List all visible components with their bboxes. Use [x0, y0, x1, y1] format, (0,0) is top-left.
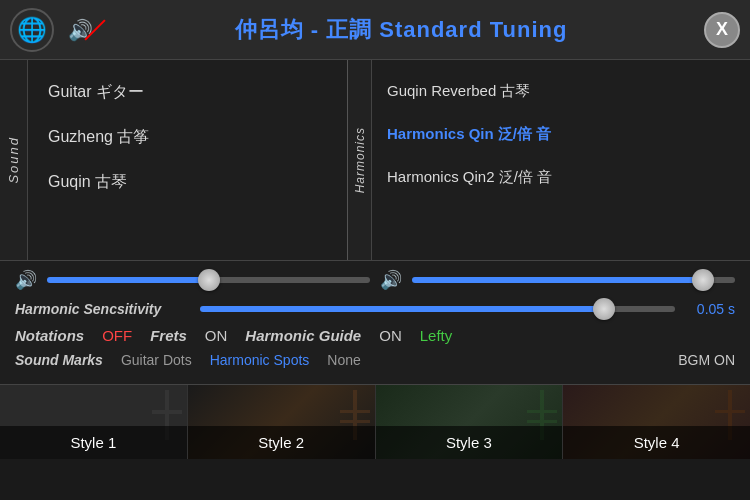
- mute-speaker-icon[interactable]: 🔊: [62, 12, 98, 48]
- sensitivity-thumb[interactable]: [593, 298, 615, 320]
- globe-icon[interactable]: 🌐: [10, 8, 54, 52]
- svg-rect-3: [340, 410, 370, 413]
- style-3-label: Style 3: [376, 426, 563, 459]
- style-item-4[interactable]: Style 4: [563, 385, 750, 459]
- frets-label: Frets: [150, 327, 187, 344]
- notations-value[interactable]: OFF: [102, 327, 132, 344]
- svg-rect-1: [152, 410, 182, 414]
- svg-rect-9: [715, 410, 745, 413]
- volume-thumb-1[interactable]: [198, 269, 220, 291]
- style-item-1[interactable]: Style 1: [0, 385, 188, 459]
- volume-slider-1[interactable]: [47, 270, 370, 290]
- svg-rect-6: [527, 410, 557, 413]
- lefty-label[interactable]: Lefty: [420, 327, 453, 344]
- sound-item-guqin[interactable]: Guqin 古琴: [28, 160, 347, 205]
- bgm-label[interactable]: BGM ON: [678, 352, 735, 368]
- style-4-label: Style 4: [563, 426, 750, 459]
- style-item-2[interactable]: Style 2: [188, 385, 376, 459]
- volume-speaker-icon-2[interactable]: 🔊: [380, 269, 402, 291]
- sensitivity-track: [200, 306, 675, 312]
- mark-harmonic-spots[interactable]: Harmonic Spots: [210, 352, 310, 368]
- volume-track-2: [412, 277, 735, 283]
- sensitivity-label: Harmonic Sencsitivity: [15, 301, 190, 317]
- main-content: Sound Guitar ギター Guzheng 古筝 Guqin 古琴 Har…: [0, 60, 750, 260]
- soundmarks-row: Sound Marks Guitar Dots Harmonic Spots N…: [15, 352, 735, 368]
- frets-value[interactable]: ON: [205, 327, 228, 344]
- close-button[interactable]: X: [704, 12, 740, 48]
- harmonics-label: Harmonics: [353, 127, 367, 193]
- header: 🌐 🔊 仲呂均 - 正調 Standard Tuning X: [0, 0, 750, 60]
- sound-list: Guitar ギター Guzheng 古筝 Guqin 古琴: [28, 60, 348, 260]
- sound-item-guitar[interactable]: Guitar ギター: [28, 70, 347, 115]
- harmonics-list: Guqin Reverbed 古琴 Harmonics Qin 泛/倍 音 Ha…: [372, 60, 750, 260]
- sound-label: Sound: [6, 136, 21, 184]
- volume-thumb-2[interactable]: [692, 269, 714, 291]
- harmonic-guide-value[interactable]: ON: [379, 327, 402, 344]
- notations-label: Notations: [15, 327, 84, 344]
- volume-row: 🔊 🔊: [15, 269, 735, 291]
- sensitivity-slider[interactable]: [200, 299, 675, 319]
- harmonics-item-qin[interactable]: Harmonics Qin 泛/倍 音: [372, 113, 750, 156]
- sensitivity-value: 0.05 s: [685, 301, 735, 317]
- svg-rect-7: [527, 420, 557, 423]
- harmonics-section-label-container: Harmonics: [348, 60, 372, 260]
- harmonics-item-qin2[interactable]: Harmonics Qin2 泛/倍 音: [372, 156, 750, 199]
- page-title: 仲呂均 - 正調 Standard Tuning: [98, 15, 704, 45]
- volume-track-1: [47, 277, 370, 283]
- mark-none[interactable]: None: [327, 352, 360, 368]
- volume-slider-2[interactable]: [412, 270, 735, 290]
- style-2-label: Style 2: [188, 426, 375, 459]
- style-1-label: Style 1: [0, 426, 187, 459]
- harmonics-item-guqin-reverbed[interactable]: Guqin Reverbed 古琴: [372, 70, 750, 113]
- sensitivity-row: Harmonic Sencsitivity 0.05 s: [15, 299, 735, 319]
- sound-section-label-container: Sound: [0, 60, 28, 260]
- notations-row: Notations OFF Frets ON Harmonic Guide ON…: [15, 327, 735, 344]
- styles-row: Style 1 Style 2 Style 3 Style 4: [0, 384, 750, 459]
- svg-rect-4: [340, 420, 370, 423]
- soundmarks-label: Sound Marks: [15, 352, 103, 368]
- harmonic-guide-label: Harmonic Guide: [245, 327, 361, 344]
- style-item-3[interactable]: Style 3: [376, 385, 564, 459]
- sound-item-guzheng[interactable]: Guzheng 古筝: [28, 115, 347, 160]
- volume-speaker-icon-1[interactable]: 🔊: [15, 269, 37, 291]
- controls-section: 🔊 🔊 Harmonic Sencsitivity 0.05 s Notatio…: [0, 260, 750, 384]
- mark-guitar-dots[interactable]: Guitar Dots: [121, 352, 192, 368]
